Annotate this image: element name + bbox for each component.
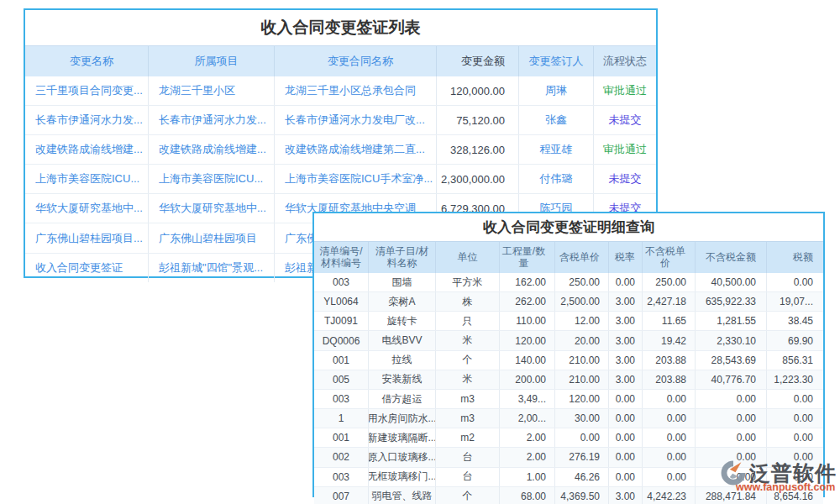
detail-cell: 2.00 (500, 448, 555, 466)
detail-table-row[interactable]: DQ0006电线BVV米120.0020.003.0019.422,330.10… (314, 330, 823, 349)
list-column-header: 变更名称 (25, 46, 149, 76)
list-column-header: 变更金额 (437, 46, 519, 76)
detail-cell: 1,281.55 (696, 312, 767, 330)
list-cell-project: 彭祖新城"四馆"景观... (149, 254, 275, 282)
detail-column-header: 清单编号/材料编号 (314, 242, 369, 273)
list-cell-signer: 张鑫 (519, 106, 594, 134)
detail-cell: 20.00 (555, 331, 609, 349)
detail-cell: DQ0006 (314, 331, 369, 349)
detail-cell: 007 (314, 487, 369, 504)
detail-cell: 4,369.50 (555, 487, 609, 504)
detail-column-header: 不含税单价 (643, 242, 696, 273)
detail-cell: 1.00 (500, 468, 555, 486)
detail-cell: 0.00 (696, 390, 767, 408)
list-cell-amount: 120,000.00 (437, 76, 519, 105)
list-cell-contract: 龙湖三千里小区总承包合同 (275, 76, 437, 105)
detail-cell: 210.00 (555, 370, 609, 389)
detail-cell: 米 (436, 370, 500, 389)
list-cell-name: 三千里项目合同变更... (25, 76, 149, 105)
detail-cell: 3.00 (609, 370, 643, 389)
list-table-row[interactable]: 上海市美容医院ICU...上海市美容医院ICU...上海市美容医院ICU手术室净… (25, 164, 656, 193)
detail-cell: 2,500.00 (555, 292, 609, 311)
detail-cell: 28,543.69 (696, 351, 767, 370)
list-cell-status: 审批通过 (594, 76, 656, 105)
detail-cell: 200.00 (500, 370, 555, 389)
list-cell-status: 审批通过 (594, 135, 656, 164)
detail-table-row[interactable]: 003借方超运m33,49...120.000.000.000.000.00 (314, 389, 823, 408)
list-cell-project: 长春市伊通河水力发... (149, 106, 275, 134)
detail-table-row[interactable]: 001拉线个140.00210.003.00203.8828,543.69856… (314, 350, 823, 370)
detail-cell: 203.88 (643, 370, 696, 389)
list-cell-signer: 付伟璐 (519, 165, 594, 193)
detail-table-row[interactable]: 1用水房间防水...m32,00...30.000.000.000.000.00 (314, 408, 823, 428)
detail-table-row[interactable]: YL0064栾树A株262.002,500.003.002,427.18635,… (314, 291, 823, 311)
detail-cell: 拉线 (369, 351, 436, 370)
detail-cell: 3.00 (609, 331, 643, 349)
detail-cell: m2 (436, 428, 500, 447)
detail-cell: 003 (314, 468, 369, 486)
detail-table-row[interactable]: 005安装新线米200.00210.003.00203.8840,776.701… (314, 370, 823, 389)
list-table-row[interactable]: 三千里项目合同变更...龙湖三千里小区龙湖三千里小区总承包合同120,000.0… (25, 76, 656, 105)
detail-column-header: 含税单价 (555, 242, 609, 273)
detail-cell: 米 (436, 331, 500, 349)
detail-cell: 0.00 (643, 428, 696, 447)
detail-cell: 003 (314, 390, 369, 408)
detail-column-header: 不含税金额 (696, 242, 767, 273)
detail-cell: 69.90 (767, 331, 823, 349)
list-cell-project: 改建铁路成渝线增建... (149, 135, 275, 164)
list-cell-status: 未提交 (594, 106, 656, 134)
detail-cell: 856.31 (767, 351, 823, 370)
list-cell-amount: 75,120.00 (437, 106, 519, 134)
detail-cell: 276.19 (555, 448, 609, 466)
detail-column-header: 税额 (767, 242, 823, 273)
detail-cell: 株 (436, 292, 500, 311)
detail-cell: m3 (436, 390, 500, 408)
detail-column-header: 税率 (609, 242, 643, 273)
detail-cell: 2.00 (500, 428, 555, 447)
detail-cell: 0.00 (609, 409, 643, 428)
detail-cell: 0.00 (643, 448, 696, 466)
detail-cell: 台 (436, 468, 500, 486)
detail-cell: 3.00 (609, 351, 643, 370)
detail-cell: 262.00 (500, 292, 555, 311)
detail-cell: 弱电管、线路 (369, 487, 436, 504)
list-table-row[interactable]: 改建铁路成渝线增建...改建铁路成渝线增建...改建铁路成渝线增建第二直...3… (25, 134, 656, 164)
detail-cell: 借方超运 (369, 390, 436, 408)
detail-cell: 0.00 (609, 448, 643, 466)
detail-cell: 203.88 (643, 351, 696, 370)
detail-cell: TJ0091 (314, 312, 369, 330)
detail-cell: 120.00 (500, 331, 555, 349)
list-cell-name: 收入合同变更签证 (25, 254, 149, 282)
detail-cell: 0.00 (609, 390, 643, 408)
detail-table-row[interactable]: 003围墙平方米162.00250.000.00250.0040,500.000… (314, 273, 823, 291)
detail-cell: 2,427.18 (643, 292, 696, 311)
detail-cell: 平方米 (436, 273, 500, 291)
detail-cell: 3.00 (609, 487, 643, 504)
page: 收入合同变更签证列表 变更名称所属项目变更合同名称变更金额变更签订人流程状态 三… (0, 0, 840, 504)
list-cell-name: 上海市美容医院ICU... (25, 165, 149, 193)
detail-cell: 140.00 (500, 351, 555, 370)
list-cell-contract: 上海市美容医院ICU手术室净... (275, 165, 437, 193)
detail-cell: 0.00 (643, 409, 696, 428)
detail-cell: 001 (314, 351, 369, 370)
list-cell-contract: 改建铁路成渝线增建第二直... (275, 135, 437, 164)
list-cell-signer: 程亚雄 (519, 135, 594, 164)
detail-cell: 0.00 (643, 468, 696, 486)
detail-table-row[interactable]: 001新建玻璃隔断...m22.000.000.000.000.000.00 (314, 428, 823, 447)
detail-cell: 250.00 (555, 273, 609, 291)
detail-cell: 旋转卡 (369, 312, 436, 330)
detail-cell: 个 (436, 487, 500, 504)
detail-cell: YL0064 (314, 292, 369, 311)
detail-window-title: 收入合同变更签证明细查询 (314, 213, 823, 241)
detail-cell: 个 (436, 351, 500, 370)
detail-cell: 0.00 (767, 428, 823, 447)
detail-cell: m3 (436, 409, 500, 428)
detail-column-header: 清单子目/材料名称 (369, 242, 436, 273)
list-cell-signer: 周琳 (519, 76, 594, 105)
detail-cell: 1 (314, 409, 369, 428)
list-cell-name: 广东佛山碧桂园项目... (25, 223, 149, 252)
list-table-row[interactable]: 长春市伊通河水力发...长春市伊通河水力发...长春市伊通河水力发电厂改...7… (25, 105, 656, 134)
detail-cell: 003 (314, 273, 369, 291)
detail-cell: 38.45 (767, 312, 823, 330)
detail-table-row[interactable]: TJ0091旋转卡只110.0012.003.0011.651,281.5538… (314, 311, 823, 330)
